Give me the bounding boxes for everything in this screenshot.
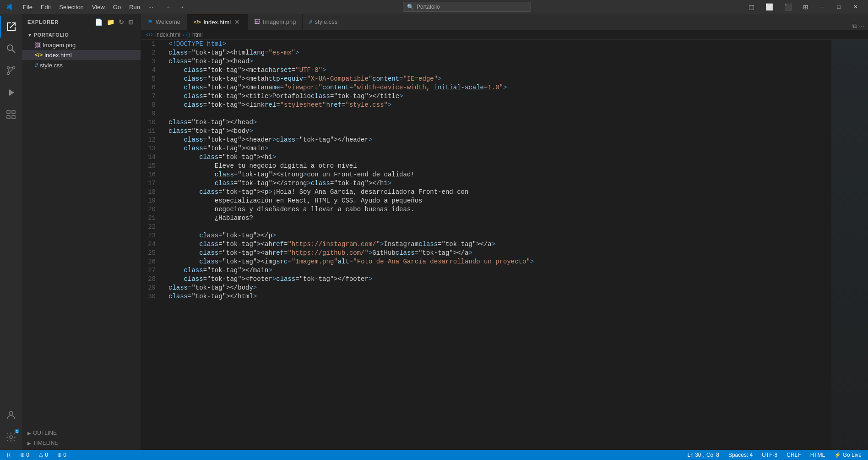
line-number-23: 23 bbox=[141, 231, 159, 240]
activity-run-debug[interactable] bbox=[0, 82, 22, 104]
sidebar-item-imagem[interactable]: 🖼 Imagem.png bbox=[22, 40, 141, 50]
menu-view[interactable]: View bbox=[88, 3, 108, 11]
breadcrumb-symbol[interactable]: html bbox=[192, 32, 203, 38]
col-label: Col 8 bbox=[706, 452, 719, 458]
menu-edit[interactable]: Edit bbox=[37, 3, 54, 11]
nav-forward[interactable]: → bbox=[176, 2, 186, 11]
activity-source-control[interactable] bbox=[0, 60, 22, 82]
layout-panel-icon[interactable]: ⬜ bbox=[761, 2, 778, 11]
tab-index-label: index.html bbox=[204, 19, 231, 26]
ln-label: Ln 30 bbox=[688, 452, 701, 458]
command-search[interactable]: 🔍 Portafolio bbox=[403, 2, 531, 12]
code-line-26: class="tok-tag"><img src="Imagem.png" al… bbox=[168, 257, 831, 266]
sidebar-item-index[interactable]: </> index.html bbox=[22, 50, 141, 60]
menu-bar[interactable]: File Edit Selection View Go Run ··· bbox=[19, 3, 157, 11]
menu-more[interactable]: ··· bbox=[145, 3, 157, 11]
code-line-13: class="tok-tag"><main> bbox=[168, 144, 831, 153]
more-tabs-icon[interactable]: ··· bbox=[859, 22, 864, 30]
line-number-24: 24 bbox=[141, 240, 159, 249]
split-editor-icon[interactable]: ⧉ bbox=[852, 22, 857, 30]
code-line-3: class="tok-tag"><head> bbox=[168, 57, 831, 66]
layout-sidebar-icon[interactable]: ▥ bbox=[744, 2, 759, 11]
code-line-21: ¿Hablamos? bbox=[168, 214, 831, 223]
layout-grid-icon[interactable]: ⊞ bbox=[798, 2, 813, 11]
minimap-canvas bbox=[831, 40, 868, 450]
activity-account[interactable] bbox=[0, 404, 22, 426]
activity-extensions[interactable] bbox=[0, 104, 22, 126]
code-line-8: class="tok-tag"><link rel="stylesheet" h… bbox=[168, 101, 831, 110]
timeline-section[interactable]: ▶ TIMELINE bbox=[22, 438, 141, 448]
layout-2col-icon[interactable]: ⬛ bbox=[780, 2, 797, 11]
line-number-19: 19 bbox=[141, 197, 159, 205]
menu-selection[interactable]: Selection bbox=[55, 3, 87, 11]
line-number-7: 7 bbox=[141, 92, 159, 101]
svg-point-9 bbox=[9, 411, 13, 415]
minimize-button[interactable]: ─ bbox=[815, 4, 830, 10]
html-file-icon: </> bbox=[35, 52, 43, 58]
new-file-icon[interactable]: 📄 bbox=[94, 17, 104, 27]
menu-go[interactable]: Go bbox=[109, 3, 125, 11]
tab-style-css[interactable]: # style.css bbox=[303, 14, 344, 30]
warnings-label: ⚠ 0 bbox=[38, 452, 48, 458]
breadcrumb-file[interactable]: index.html bbox=[155, 32, 180, 38]
folder-chevron-icon: ▼ bbox=[27, 33, 32, 38]
activity-explorer[interactable] bbox=[0, 16, 22, 38]
status-bar: ⟩⟨ ⊗ 0 ⚠ 0 ⊗ 0 Ln 30, Col 8 Spaces: 4 UT… bbox=[0, 450, 868, 460]
outline-chevron-icon: ▶ bbox=[27, 431, 31, 436]
svg-point-0 bbox=[7, 45, 13, 50]
editor-content: 1234567891011121314151617181920212223242… bbox=[141, 40, 868, 450]
folder-portafolio[interactable]: ▼ PORTAFOLIO bbox=[22, 30, 141, 40]
code-line-18: class="tok-tag"><p>¡Hola! Soy Ana García… bbox=[168, 188, 831, 197]
status-ln-col[interactable]: Ln 30, Col 8 bbox=[686, 450, 721, 460]
tab-index-html[interactable]: </> index.html ✕ bbox=[187, 14, 248, 30]
search-container: 🔍 Portafolio bbox=[190, 2, 744, 12]
status-remote2[interactable]: ⊗ 0 bbox=[55, 450, 68, 460]
outline-section[interactable]: ▶ OUTLINE bbox=[22, 428, 141, 438]
css-label: style.css bbox=[40, 62, 63, 69]
code-line-20: negocios y diseñadores a llevar a cabo b… bbox=[168, 205, 831, 214]
menu-run[interactable]: Run bbox=[125, 3, 144, 11]
line-number-20: 20 bbox=[141, 205, 159, 214]
status-go-live[interactable]: ⚡ Go Live bbox=[832, 450, 863, 460]
activity-bar-bottom: 1 bbox=[0, 404, 22, 448]
code-line-28: class="tok-tag"><footer>class="tok-tag">… bbox=[168, 275, 831, 284]
window-controls: ▥ ⬜ ⬛ ⊞ ─ □ ✕ bbox=[744, 2, 863, 11]
settings-badge: 1 bbox=[15, 429, 19, 433]
nav-back[interactable]: ← bbox=[164, 2, 174, 11]
code-line-5: class="tok-tag"><meta http-equiv="X-UA-C… bbox=[168, 75, 831, 83]
new-folder-icon[interactable]: 📁 bbox=[106, 17, 116, 27]
status-spaces[interactable]: Spaces: 4 bbox=[727, 450, 754, 460]
tab-css-label: style.css bbox=[315, 18, 338, 25]
title-bar: File Edit Selection View Go Run ··· ← → … bbox=[0, 0, 868, 14]
collapse-icon[interactable]: ⊡ bbox=[127, 17, 135, 27]
status-encoding[interactable]: UTF-8 bbox=[760, 450, 779, 460]
status-errors[interactable]: ⊗ 0 bbox=[18, 450, 31, 460]
imagem-tab-icon: 🖼 bbox=[254, 18, 260, 25]
code-editor[interactable]: <!DOCTYPE html>class="tok-tag"><html lan… bbox=[164, 40, 831, 450]
spaces-label: Spaces: 4 bbox=[728, 452, 753, 458]
status-language[interactable]: HTML bbox=[808, 450, 827, 460]
sidebar-title: EXPLORER bbox=[27, 19, 59, 25]
line-numbers: 1234567891011121314151617181920212223242… bbox=[141, 40, 164, 450]
code-line-17: class="tok-tag"></strong>class="tok-tag"… bbox=[168, 179, 831, 188]
tab-imagem[interactable]: 🖼 Imagem.png bbox=[248, 14, 303, 30]
encoding-label: UTF-8 bbox=[762, 452, 777, 458]
menu-file[interactable]: File bbox=[19, 3, 36, 11]
folder-name: PORTAFOLIO bbox=[34, 32, 69, 38]
tab-close-icon[interactable]: ✕ bbox=[233, 18, 241, 26]
code-line-7: class="tok-tag"><title>Portafolioclass="… bbox=[168, 92, 831, 101]
index-label: index.html bbox=[44, 52, 71, 59]
line-number-30: 30 bbox=[141, 292, 159, 301]
refresh-icon[interactable]: ↻ bbox=[118, 17, 125, 27]
tab-welcome[interactable]: ⚑ Welcome bbox=[141, 14, 187, 30]
status-remote[interactable]: ⟩⟨ bbox=[5, 450, 13, 460]
file-explorer: ▼ PORTAFOLIO 🖼 Imagem.png </> index.html… bbox=[22, 30, 141, 70]
status-warnings[interactable]: ⚠ 0 bbox=[37, 450, 50, 460]
line-number-5: 5 bbox=[141, 75, 159, 83]
activity-search[interactable] bbox=[0, 38, 22, 60]
status-line-ending[interactable]: CRLF bbox=[785, 450, 803, 460]
maximize-button[interactable]: □ bbox=[832, 4, 846, 10]
close-button[interactable]: ✕ bbox=[848, 4, 863, 10]
activity-settings[interactable]: 1 bbox=[0, 426, 22, 448]
sidebar-item-css[interactable]: # style.css bbox=[22, 60, 141, 70]
